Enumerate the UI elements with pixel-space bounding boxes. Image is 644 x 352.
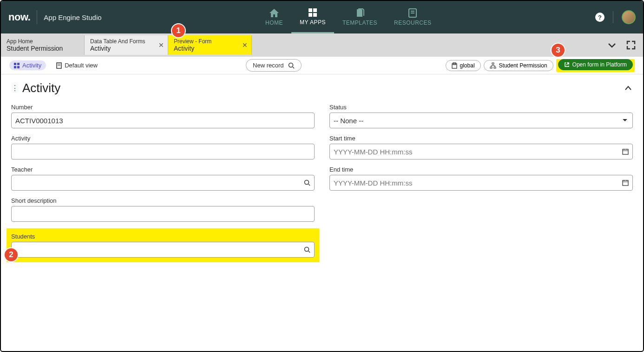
svg-line-15 [293, 67, 294, 68]
default-view-chip[interactable]: Default view [52, 60, 102, 70]
svg-rect-10 [17, 66, 20, 68]
svg-rect-1 [313, 8, 317, 12]
form-grid: Number ACTIV0001013 Status -- None -- Ac… [11, 104, 633, 262]
new-record-pill[interactable]: New record [246, 59, 302, 72]
chevron-down-icon[interactable] [607, 40, 617, 50]
field-label: End time [329, 166, 633, 173]
field-label: Start time [329, 135, 633, 142]
open-platform-highlight: Open form in Platform [556, 59, 635, 72]
logo-divider [37, 10, 37, 24]
logo-block: now. App Engine Studio [8, 10, 102, 24]
short-description-input[interactable] [11, 206, 315, 222]
tabs-right-controls [607, 40, 643, 50]
form-toolbar: Activity Default view New record global … [1, 57, 643, 74]
calendar-icon[interactable] [622, 148, 629, 155]
field-label: Teacher [11, 166, 315, 173]
status-select[interactable]: -- None -- [329, 113, 633, 128]
field-label: Activity [11, 135, 315, 142]
tab-line1: Preview - Form [174, 38, 237, 45]
avatar[interactable] [622, 10, 636, 24]
more-actions-icon[interactable]: ⋮ [11, 84, 19, 93]
start-time-input[interactable]: YYYY-MM-DD HH:mm:ss [329, 144, 633, 159]
field-students: Students [11, 233, 315, 258]
chip-label: Default view [65, 62, 98, 69]
close-icon[interactable]: ✕ [158, 41, 164, 49]
nav-my-apps[interactable]: MY APPS [291, 1, 334, 33]
form-header: ⋮ Activity [11, 81, 633, 95]
hierarchy-icon [490, 62, 496, 69]
field-label: Status [329, 104, 633, 111]
pill-label: Student Permission [499, 62, 547, 69]
svg-point-25 [305, 180, 309, 185]
svg-rect-19 [490, 67, 492, 68]
logo: now. [8, 11, 30, 23]
input-value: ACTIV0001013 [15, 117, 63, 125]
header-right: ? [595, 10, 636, 24]
nav-templates[interactable]: TEMPLATES [334, 1, 386, 33]
tab-data-table[interactable]: Data Table And Forms Activity ✕ [85, 35, 168, 55]
tab-line2: Activity [174, 45, 237, 52]
help-icon[interactable]: ? [595, 13, 605, 22]
open-form-platform-button[interactable]: Open form in Platform [558, 59, 633, 70]
search-icon[interactable] [304, 246, 310, 253]
annotation-badge-2: 2 [4, 247, 19, 262]
input-placeholder: YYYY-MM-DD HH:mm:ss [334, 179, 412, 187]
svg-line-32 [309, 251, 310, 252]
nav-label: MY APPS [300, 19, 326, 26]
tab-app-home[interactable]: App Home Student Permission [1, 35, 85, 55]
input-placeholder: YYYY-MM-DD HH:mm:ss [334, 148, 412, 156]
tab-line1: App Home [7, 38, 70, 45]
close-icon[interactable]: ✕ [242, 41, 248, 49]
activity-chip[interactable]: Activity [9, 60, 46, 70]
tab-line2: Activity [90, 45, 154, 52]
svg-rect-20 [494, 67, 496, 68]
svg-rect-7 [14, 63, 16, 65]
resources-icon [408, 8, 417, 18]
templates-icon [355, 8, 365, 18]
pill-label: Open form in Platform [572, 61, 627, 68]
field-label: Students [11, 233, 315, 240]
svg-rect-21 [623, 149, 628, 154]
select-value: -- None -- [334, 117, 363, 125]
scope-global-pill[interactable]: global [446, 60, 481, 71]
svg-rect-0 [309, 8, 312, 12]
pill-label: global [460, 62, 475, 69]
expand-icon[interactable] [626, 40, 636, 50]
grid-icon [14, 63, 20, 68]
apps-icon [308, 8, 317, 17]
app-scope-pill[interactable]: Student Permission [484, 60, 553, 71]
toolbar-center: New record [246, 59, 302, 72]
toolbar-right: global Student Permission Open form in P… [446, 59, 635, 72]
form-header-right [624, 84, 633, 93]
tab-line1: Data Table And Forms [90, 38, 154, 45]
form-area: ⋮ Activity Number ACTIV0001013 Status --… [1, 74, 643, 269]
collapse-section-icon[interactable] [624, 84, 633, 93]
new-record-label: New record [253, 62, 283, 69]
activity-input[interactable] [11, 144, 315, 159]
svg-rect-18 [492, 63, 494, 64]
nav-home[interactable]: HOME [257, 1, 291, 33]
teacher-lookup[interactable] [11, 175, 315, 191]
search-icon[interactable] [304, 179, 310, 186]
annotation-badge-1: 1 [171, 23, 186, 38]
tab-line2: Student Permission [7, 45, 70, 52]
chip-label: Activity [22, 62, 41, 69]
annotation-badge-3: 3 [551, 43, 565, 58]
svg-rect-9 [14, 66, 16, 68]
students-lookup[interactable] [11, 242, 315, 258]
divider-icon [613, 11, 613, 23]
svg-rect-27 [623, 180, 628, 186]
tab-preview-form[interactable]: Preview - Form Activity ✕ [168, 35, 252, 55]
app-title: App Engine Studio [44, 13, 101, 21]
field-number: Number ACTIV0001013 [11, 104, 315, 128]
external-link-icon [564, 62, 570, 67]
nav-resources[interactable]: RESOURCES [386, 1, 440, 33]
number-input[interactable]: ACTIV0001013 [11, 113, 315, 128]
tabs-bar: App Home Student Permission Data Table A… [1, 33, 643, 57]
calendar-icon[interactable] [622, 179, 629, 186]
svg-rect-2 [309, 13, 312, 17]
view-icon [56, 62, 62, 69]
field-label: Number [11, 104, 315, 111]
end-time-input[interactable]: YYYY-MM-DD HH:mm:ss [329, 175, 633, 191]
svg-rect-3 [313, 13, 317, 17]
